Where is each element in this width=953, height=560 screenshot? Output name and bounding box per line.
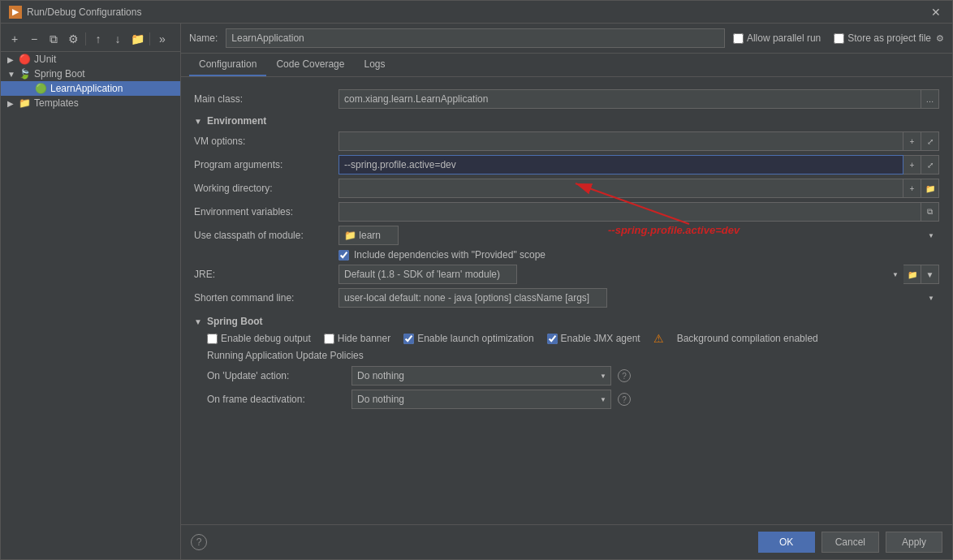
sidebar-item-learnapplication[interactable]: 🟢 LearnApplication [1,81,180,96]
tab-configuration[interactable]: Configuration [189,54,266,76]
more-button[interactable]: » [153,30,171,48]
config-panel: Main class: … ▼ Environment VM options: [181,77,952,524]
allow-parallel-run-label[interactable]: Allow parallel run [733,32,821,44]
jre-select-wrapper: Default (1.8 - SDK of 'learn' module) [339,265,903,284]
help-button[interactable]: ? [191,534,207,550]
folder-button[interactable]: 📁 [128,30,146,48]
junit-arrow-icon: ▶ [7,55,15,64]
bg-compilation-text: Background compilation enabled [677,333,818,344]
enable-launch-text: Enable launch optimization [417,333,533,344]
hide-banner-text: Hide banner [338,333,390,344]
right-panel: Name: Allow parallel run Store as projec… [181,24,952,559]
enable-debug-checkbox[interactable] [207,334,218,344]
working-dir-input[interactable] [339,179,903,198]
bottom-right: OK Cancel Apply [758,532,942,553]
jre-dropdown-button[interactable]: ▼ [921,265,939,284]
program-args-expand-button[interactable]: + [903,155,921,174]
sidebar-item-junit[interactable]: ▶ 🔴 JUnit [1,52,180,67]
vm-options-fullscreen-button[interactable]: ⤢ [921,131,939,151]
store-as-project-file-label[interactable]: Store as project file ⚙ [834,32,944,44]
environment-section-header[interactable]: ▼ Environment [194,115,939,127]
program-args-fullscreen-button[interactable]: ⤢ [921,155,939,174]
update-action-label: On 'Update' action: [207,370,345,381]
apply-button[interactable]: Apply [886,532,942,553]
hide-banner-label[interactable]: Hide banner [324,333,390,344]
env-vars-input[interactable] [339,202,921,222]
move-down-button[interactable]: ↓ [109,30,127,48]
env-vars-label: Environment variables: [194,206,332,218]
frame-deactivation-row: On frame deactivation: Do nothing ? [207,390,939,409]
enable-debug-text: Enable debug output [221,333,311,344]
classpath-select-wrapper: 📁 learn [339,226,939,245]
tab-logs[interactable]: Logs [354,54,395,76]
environment-section-title: Environment [207,115,266,127]
jre-input-wrapper: Default (1.8 - SDK of 'learn' module) 📁 … [339,265,939,284]
store-as-project-file-text: Store as project file [847,32,931,44]
sidebar: + − ⧉ ⚙ ↑ ↓ 📁 » ▶ 🔴 JUnit ▼ 🍃 Spring Bo [1,24,181,559]
name-label: Name: [189,32,218,44]
enable-jmx-label[interactable]: Enable JMX agent [547,333,640,344]
sidebar-item-label-springboot: Spring Boot [34,68,85,80]
shorten-cmd-select-wrapper: user-local default: none - java [options… [339,288,939,308]
enable-debug-label[interactable]: Enable debug output [207,333,311,344]
enable-launch-label[interactable]: Enable launch optimization [403,333,533,344]
cancel-button[interactable]: Cancel [821,532,879,553]
jre-browse-button[interactable]: 📁 [903,265,921,284]
name-row: Name: Allow parallel run Store as projec… [181,24,952,54]
main-class-input[interactable] [339,89,921,109]
running-policies-label: Running Application Update Policies [207,350,939,361]
tabs-bar: Configuration Code Coverage Logs [181,54,952,77]
program-args-input[interactable] [339,155,903,174]
main-class-browse-button[interactable]: … [921,89,939,109]
env-vars-input-wrapper: ⧉ [339,202,939,222]
learn-app-icon: 🟢 [35,83,47,94]
shorten-cmd-select[interactable]: user-local default: none - java [options… [339,288,607,308]
jre-select[interactable]: Default (1.8 - SDK of 'learn' module) [339,265,517,284]
store-as-project-file-checkbox[interactable] [834,33,844,44]
templates-icon: 📁 [19,97,31,109]
frame-deactivation-select[interactable]: Do nothing [351,390,611,409]
vm-options-input[interactable] [339,131,903,151]
enable-launch-checkbox[interactable] [403,334,414,344]
enable-jmx-checkbox[interactable] [547,334,558,344]
vm-options-input-wrapper: + ⤢ [339,131,939,151]
include-deps-row: Include dependencies with "Provided" sco… [339,249,939,261]
junit-icon: 🔴 [19,54,31,65]
springboot-section-header[interactable]: ▼ Spring Boot [194,316,939,327]
update-action-help-icon[interactable]: ? [618,369,631,382]
sidebar-item-springboot[interactable]: ▼ 🍃 Spring Boot [1,67,180,81]
add-config-button[interactable]: + [6,30,24,48]
classpath-select[interactable]: 📁 learn [339,226,399,245]
allow-parallel-run-checkbox[interactable] [733,33,744,44]
settings-config-button[interactable]: ⚙ [64,30,82,48]
jre-label: JRE: [194,269,332,280]
name-input[interactable] [226,28,725,48]
sidebar-item-templates[interactable]: ▶ 📁 Templates [1,96,180,110]
main-content: + − ⧉ ⚙ ↑ ↓ 📁 » ▶ 🔴 JUnit ▼ 🍃 Spring Bo [1,24,952,559]
update-action-select[interactable]: Do nothing [351,366,611,386]
running-policies-section: Running Application Update Policies On '… [207,350,939,409]
working-dir-folder-button[interactable]: 📁 [921,179,939,198]
vm-options-label: VM options: [194,136,332,147]
enable-jmx-text: Enable JMX agent [561,333,640,344]
vm-options-expand-button[interactable]: + [903,131,921,151]
hide-banner-checkbox[interactable] [324,334,334,344]
dialog-icon: ▶ [9,6,22,19]
include-deps-checkbox[interactable] [339,250,349,261]
ok-button[interactable]: OK [758,532,815,553]
move-up-button[interactable]: ↑ [89,30,107,48]
program-args-input-wrapper: + ⤢ [339,155,939,174]
frame-deactivation-help-icon[interactable]: ? [618,393,631,406]
copy-config-button[interactable]: ⧉ [45,30,63,48]
springboot-options: Enable debug output Hide banner Enable l… [207,332,939,345]
tab-code-coverage[interactable]: Code Coverage [266,54,354,76]
classpath-label: Use classpath of module: [194,230,332,241]
env-vars-copy-button[interactable]: ⧉ [921,202,939,222]
bottom-bar: ? OK Cancel Apply [181,524,952,559]
close-button[interactable]: ✕ [928,4,944,20]
working-dir-expand-button[interactable]: + [903,179,921,198]
vm-options-row: VM options: + ⤢ [194,131,939,151]
run-debug-dialog: ▶ Run/Debug Configurations ✕ + − ⧉ ⚙ ↑ ↓… [0,0,953,560]
remove-config-button[interactable]: − [25,30,43,48]
templates-arrow-icon: ▶ [7,99,15,108]
